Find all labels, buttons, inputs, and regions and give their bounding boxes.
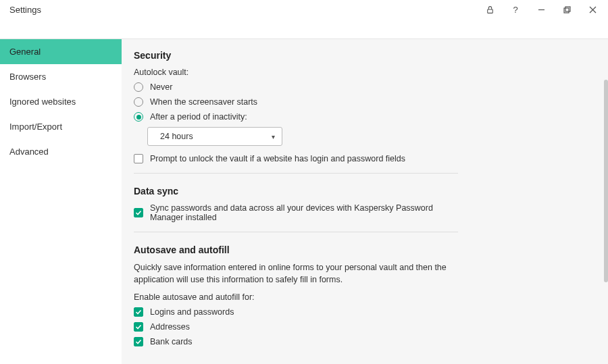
autosave-description: Quickly save information entered in onli… — [134, 262, 458, 286]
section-autosave: Autosave and autofill Quickly save infor… — [134, 244, 458, 346]
divider — [134, 173, 458, 174]
checkbox-option-prompt-unlock[interactable]: Prompt to unlock the vault if a website … — [134, 154, 458, 163]
lock-icon[interactable] — [477, 0, 503, 19]
maximize-icon[interactable] — [554, 0, 580, 19]
sidebar: General Browsers Ignored websites Import… — [0, 39, 122, 364]
scrollbar-thumb[interactable] — [604, 80, 608, 282]
section-datasync: Data sync Sync passwords and data across… — [134, 186, 458, 232]
radio-icon — [134, 82, 143, 92]
sidebar-item-general[interactable]: General — [0, 39, 122, 64]
content: Security Autolock vault: Never When the … — [122, 39, 608, 364]
security-heading: Security — [134, 50, 458, 61]
window-title: Settings — [3, 5, 477, 15]
checkbox-icon — [134, 322, 143, 332]
checkbox-icon — [134, 337, 143, 346]
checkbox-label: Sync passwords and data across all your … — [150, 203, 458, 222]
svg-rect-2 — [564, 8, 569, 13]
checkbox-icon — [134, 307, 143, 317]
help-icon[interactable]: ? — [503, 0, 528, 19]
radio-icon — [134, 112, 143, 122]
checkbox-label: Addresses — [150, 322, 190, 332]
autolock-label: Autolock vault: — [134, 68, 458, 77]
checkbox-label: Bank cards — [150, 337, 193, 346]
inactivity-period-select[interactable]: 24 hours ▾ — [147, 127, 282, 146]
autosave-heading: Autosave and autofill — [134, 244, 458, 255]
sidebar-item-import-export[interactable]: Import/Export — [0, 114, 122, 139]
divider — [134, 232, 458, 232]
checkbox-icon — [134, 208, 143, 217]
radio-option-never[interactable]: Never — [134, 82, 458, 92]
checkbox-icon — [134, 154, 143, 163]
autosave-enable-label: Enable autosave and autofill for: — [134, 292, 458, 302]
titlebar: Settings ? — [0, 0, 608, 19]
svg-rect-0 — [487, 9, 492, 12]
sidebar-item-ignored-websites[interactable]: Ignored websites — [0, 89, 122, 114]
checkbox-option-bankcards[interactable]: Bank cards — [134, 337, 458, 346]
radio-label: After a period of inactivity: — [150, 112, 247, 122]
select-value: 24 hours — [160, 132, 193, 141]
header-separator — [0, 19, 608, 39]
close-icon[interactable] — [580, 0, 605, 19]
svg-rect-3 — [565, 7, 570, 11]
minimize-icon[interactable] — [528, 0, 554, 19]
chevron-down-icon: ▾ — [272, 133, 275, 140]
radio-label: Never — [150, 82, 172, 92]
datasync-heading: Data sync — [134, 186, 458, 197]
checkbox-option-logins[interactable]: Logins and passwords — [134, 307, 458, 317]
radio-option-screensaver[interactable]: When the screensaver starts — [134, 97, 458, 107]
checkbox-option-addresses[interactable]: Addresses — [134, 322, 458, 332]
layout: General Browsers Ignored websites Import… — [0, 39, 608, 364]
radio-option-inactivity[interactable]: After a period of inactivity: — [134, 112, 458, 122]
section-security: Security Autolock vault: Never When the … — [134, 50, 458, 174]
checkbox-label: Prompt to unlock the vault if a website … — [150, 154, 405, 163]
checkbox-option-sync[interactable]: Sync passwords and data across all your … — [134, 203, 458, 222]
sidebar-item-browsers[interactable]: Browsers — [0, 64, 122, 89]
sidebar-item-advanced[interactable]: Advanced — [0, 139, 122, 164]
checkbox-label: Logins and passwords — [150, 307, 234, 317]
radio-icon — [134, 97, 143, 107]
radio-label: When the screensaver starts — [150, 97, 257, 107]
